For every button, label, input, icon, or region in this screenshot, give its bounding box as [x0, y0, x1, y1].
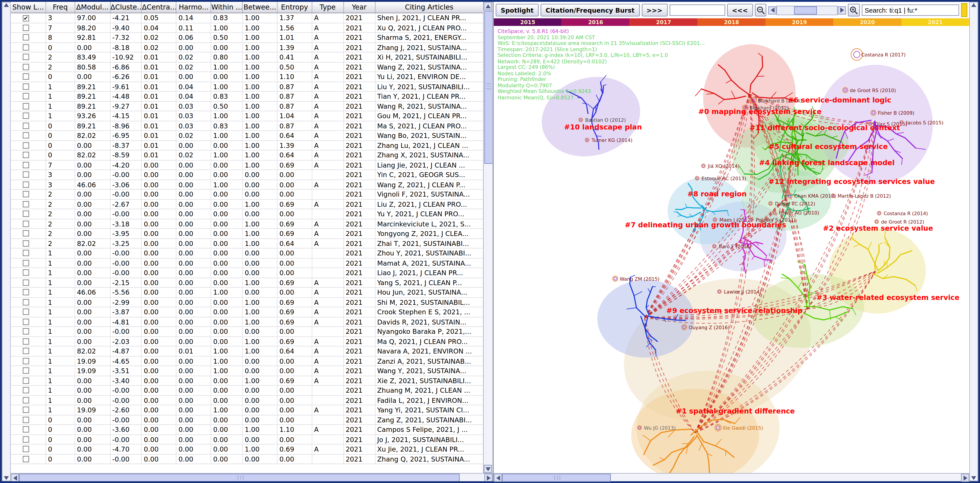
show-label-checkbox[interactable] [23, 289, 29, 295]
table-row[interactable]: 20.00-0.000.000.000.000.000.002021Vignol… [11, 190, 483, 199]
table-row[interactable]: 282.02-3.250.000.000.001.000.64A2021Zhai… [11, 239, 483, 249]
show-label-checkbox[interactable] [23, 162, 29, 168]
author-label[interactable]: Lawler JJ (2014) [724, 289, 762, 295]
slider-left-button[interactable] [768, 6, 776, 14]
author-label[interactable]: Daniel TC (2012) [775, 201, 815, 207]
column-header[interactable]: Year [344, 2, 375, 13]
show-label-checkbox[interactable] [23, 152, 29, 158]
table-row[interactable]: 10.00-0.000.000.000.000.000.002021Fadila… [11, 395, 483, 405]
show-label-checkbox[interactable] [23, 54, 29, 60]
show-label-checkbox[interactable] [23, 309, 29, 315]
cluster-label[interactable]: #2 ecosystem service value [823, 224, 933, 233]
show-label-checkbox[interactable] [23, 240, 29, 246]
show-label-checkbox[interactable] [23, 426, 29, 432]
show-label-checkbox[interactable] [23, 456, 29, 462]
author-label[interactable]: Fisher B (2009) [878, 110, 915, 116]
left-edge-scrollbar[interactable] [2, 2, 11, 481]
show-label-checkbox[interactable] [23, 171, 29, 178]
table-row[interactable]: 30.00-0.000.000.000.000.000.002021Yin C,… [11, 170, 483, 180]
table-row[interactable]: 20.00-3.180.000.000.001.000.69A2021Marci… [11, 219, 483, 229]
show-label-checkbox[interactable] [23, 387, 29, 393]
show-label-checkbox[interactable] [23, 358, 29, 364]
show-label-checkbox[interactable] [23, 93, 29, 99]
cluster-label[interactable]: #10 landscape plan [564, 123, 642, 131]
zoom-slider-thumb[interactable] [794, 6, 817, 14]
show-label-checkbox[interactable] [23, 416, 29, 423]
author-label[interactable]: Wang ZM (2015) [620, 276, 660, 282]
table-row[interactable]: 119.09-4.650.000.001.000.000.00A2021Zanz… [11, 356, 483, 366]
table-row[interactable]: 189.21-9.610.010.041.001.000.87A2021Liu … [11, 82, 483, 92]
show-label-checkbox[interactable] [23, 377, 29, 384]
network-view[interactable]: Costanza R (2017)de Groot RS (2010)Fishe… [494, 26, 969, 473]
table-row[interactable]: 00.00-0.000.000.000.000.000.002021Zhang … [11, 454, 483, 464]
search-input[interactable] [861, 5, 959, 16]
table-row[interactable]: 20.00-0.000.000.000.000.000.002021Yu Y, … [11, 209, 483, 219]
show-label-checkbox[interactable] [23, 83, 29, 90]
table-row[interactable]: 10.00-2.030.000.000.001.000.69A2021Ma Q,… [11, 337, 483, 346]
show-label-checkbox[interactable] [23, 113, 29, 119]
show-label-checkbox[interactable] [23, 260, 29, 266]
table-row[interactable]: 00.00-3.600.000.000.001.001.10A2021Campo… [11, 425, 483, 435]
zoom-slider-track[interactable] [776, 5, 838, 15]
scroll-right-button[interactable] [961, 474, 969, 482]
zoom-slider[interactable] [768, 6, 846, 14]
cluster-label[interactable]: #12 integrating ecosystem services value [768, 177, 935, 186]
show-label-checkbox[interactable] [23, 446, 29, 452]
column-header[interactable]: Harmo... [177, 2, 212, 13]
column-header[interactable]: Betwee... [243, 2, 278, 13]
show-label-checkbox[interactable] [23, 64, 29, 70]
table-row[interactable]: 70.00-4.200.000.000.001.000.69A2021Liang… [11, 160, 483, 170]
table-row[interactable]: 10.00-2.990.000.000.001.000.69A2021Shi M… [11, 298, 483, 307]
show-label-checkbox[interactable] [23, 123, 29, 129]
table-row[interactable]: 193.26-4.150.010.031.001.001.04A2021Gou … [11, 112, 483, 121]
scroll-up-icon[interactable] [4, 3, 9, 7]
table-row[interactable]: 10.00-3.870.000.000.001.000.69A2021Crook… [11, 307, 483, 317]
table-row[interactable]: 00.00-6.260.010.000.001.001.10A2021Yu Li… [11, 72, 483, 82]
author-label[interactable]: Wu JG (2013) [644, 425, 676, 431]
scroll-up-icon[interactable] [971, 3, 976, 7]
author-node[interactable] [702, 165, 705, 167]
author-label[interactable]: Baró F (2016) [719, 244, 752, 249]
show-label-checkbox[interactable] [23, 220, 29, 227]
show-label-checkbox[interactable] [23, 318, 29, 325]
cluster-label[interactable]: #8 road region [687, 190, 747, 198]
cluster-label[interactable]: #4 linking forest landscape model [759, 158, 894, 167]
show-label-checkbox[interactable] [23, 299, 29, 305]
burst-threshold-field[interactable] [669, 5, 725, 16]
column-header[interactable]: Within ... [212, 2, 243, 13]
table-row[interactable]: 00.00-8.180.020.000.001.001.39A2021Zhang… [11, 43, 483, 53]
author-label[interactable]: Estoque RC (2013) [702, 176, 746, 181]
show-label-checkbox[interactable] [23, 44, 29, 51]
table-row[interactable]: 10.00-0.000.000.000.000.000.002021Zhou Y… [11, 249, 483, 258]
show-label-checkbox[interactable] [23, 328, 29, 335]
show-label-checkbox[interactable] [23, 279, 29, 285]
table-row[interactable]: 798.20-9.400.040.111.001.001.56A2021Xu Q… [11, 23, 483, 33]
zoom-out-button[interactable] [755, 4, 766, 16]
table-row[interactable]: 00.00-0.000.000.000.000.000.002021Zang Z… [11, 415, 483, 425]
column-header[interactable]: Freq [46, 2, 75, 13]
show-label-checkbox[interactable] [23, 201, 29, 207]
show-label-checkbox[interactable] [23, 73, 29, 80]
author-label[interactable]: Jacobs S (2015) [906, 120, 943, 126]
table-row[interactable]: 10.00-3.400.000.000.001.000.69A2021Xie Z… [11, 376, 483, 386]
author-label[interactable]: Jiá XQ (2014) [707, 163, 740, 169]
show-label-checkbox[interactable] [23, 230, 29, 237]
table-row[interactable]: 119.09-3.510.000.001.000.000.00A2021Wang… [11, 366, 483, 376]
step-forward-button[interactable]: >>> [641, 4, 668, 16]
author-label[interactable]: Costanza R (2017) [861, 52, 906, 57]
column-header[interactable]: Entropy [278, 2, 312, 13]
table-row[interactable]: 00.00-0.000.000.000.000.000.002021Jo J, … [11, 435, 483, 445]
author-node[interactable] [854, 51, 860, 57]
scroll-up-button[interactable] [484, 2, 492, 10]
table-row[interactable]: 189.21-9.270.010.030.501.000.87A2021Wang… [11, 102, 483, 112]
show-label-checkbox[interactable] [23, 142, 29, 148]
cluster-label[interactable]: #7 delineating urban growth boundaries [625, 221, 786, 229]
show-label-checkbox[interactable] [23, 103, 29, 109]
table-row[interactable]: 082.02-6.950.010.021.001.000.64A2021Wang… [11, 131, 483, 140]
author-label[interactable]: Costanza R (2014) [884, 211, 928, 216]
table-row[interactable]: 146.06-5.560.000.001.000.000.00A2021Hou … [11, 288, 483, 298]
table-row[interactable]: 082.02-8.590.010.021.001.000.64A2021Zhan… [11, 150, 483, 160]
table-row[interactable]: 189.21-4.480.010.040.831.000.87A2021Tian… [11, 92, 483, 101]
table-row[interactable]: 00.00-8.370.010.000.001.001.39A2021Zhang… [11, 141, 483, 150]
table-row[interactable]: 346.06-3.060.000.001.000.000.00A2021Wang… [11, 180, 483, 190]
